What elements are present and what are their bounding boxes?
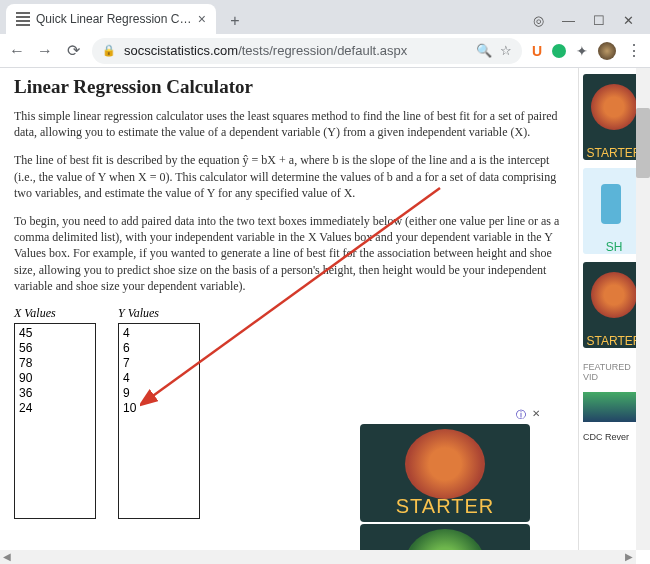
close-window-button[interactable]: ✕ xyxy=(623,13,634,28)
profile-avatar[interactable] xyxy=(598,42,616,60)
browser-tab-active[interactable]: Quick Linear Regression Calculat × xyxy=(6,4,216,34)
scroll-right-icon[interactable]: ▶ xyxy=(625,551,633,562)
browser-titlebar: Quick Linear Regression Calculat × + ◎ —… xyxy=(0,0,650,34)
maximize-button[interactable]: ☐ xyxy=(593,13,605,28)
page-viewport: Linear Regression Calculator This simple… xyxy=(0,68,650,564)
vertical-scrollbar[interactable] xyxy=(636,68,650,550)
minimize-button[interactable]: — xyxy=(562,13,575,28)
ad-info-icon[interactable]: ⓘ xyxy=(516,408,526,422)
x-values-column: X Values xyxy=(14,306,96,519)
window-controls: ◎ — ☐ ✕ xyxy=(533,13,650,34)
sidebar-ad-text: STARTER xyxy=(587,146,642,160)
browser-toolbar: ← → ⟳ 🔒 socscistatistics.com/tests/regre… xyxy=(0,34,650,68)
ad-starter[interactable]: STARTER xyxy=(360,424,530,522)
scrollbar-thumb[interactable] xyxy=(636,108,650,178)
horizontal-scrollbar[interactable]: ◀ ▶ xyxy=(0,550,636,564)
tiger-mascot-icon xyxy=(591,272,637,318)
blue-figure-icon xyxy=(601,184,621,224)
adchoices-row: ⓘ ✕ xyxy=(360,408,540,422)
inline-ad-block: ⓘ ✕ STARTER CREATOR xyxy=(360,408,540,564)
x-values-input[interactable] xyxy=(14,323,96,519)
extensions-area: U ✦ ⋮ xyxy=(532,41,642,60)
scroll-left-icon[interactable]: ◀ xyxy=(3,551,11,562)
intro-paragraph-3: To begin, you need to add paired data in… xyxy=(14,213,568,294)
page-title: Linear Regression Calculator xyxy=(14,76,568,98)
url-text: socscistatistics.com/tests/regression/de… xyxy=(124,43,468,58)
tiger-mascot-icon xyxy=(591,84,637,130)
y-values-input[interactable] xyxy=(118,323,200,519)
tab-close-icon[interactable]: × xyxy=(198,11,206,27)
main-content: Linear Regression Calculator This simple… xyxy=(0,68,578,564)
tiger-mascot-icon xyxy=(405,429,485,499)
chrome-menu-icon[interactable]: ⋮ xyxy=(626,41,642,60)
y-values-column: Y Values xyxy=(118,306,200,519)
address-bar[interactable]: 🔒 socscistatistics.com/tests/regression/… xyxy=(92,38,522,64)
ad-close-icon[interactable]: ✕ xyxy=(532,408,540,422)
account-icon[interactable]: ◎ xyxy=(533,13,544,28)
forward-button[interactable]: → xyxy=(36,42,54,60)
reload-button[interactable]: ⟳ xyxy=(64,41,82,60)
back-button[interactable]: ← xyxy=(8,42,26,60)
sidebar-ad-text: STARTER xyxy=(587,334,642,348)
new-tab-button[interactable]: + xyxy=(222,8,248,34)
sidebar-ad-text: SH xyxy=(606,240,623,254)
ad-starter-text: STARTER xyxy=(396,495,495,518)
bookmark-icon[interactable]: ☆ xyxy=(500,43,512,58)
y-values-label: Y Values xyxy=(118,306,200,321)
favicon-icon xyxy=(16,12,30,26)
extensions-icon[interactable]: ✦ xyxy=(576,43,588,59)
search-in-page-icon[interactable]: 🔍 xyxy=(476,43,492,58)
x-values-label: X Values xyxy=(14,306,96,321)
lock-icon: 🔒 xyxy=(102,44,116,57)
tab-title: Quick Linear Regression Calculat xyxy=(36,12,192,26)
grammarly-extension-icon[interactable] xyxy=(552,44,566,58)
intro-paragraph-2: The line of best fit is described by the… xyxy=(14,152,568,201)
intro-paragraph-1: This simple linear regression calculator… xyxy=(14,108,568,140)
ubersuggest-extension-icon[interactable]: U xyxy=(532,43,542,59)
